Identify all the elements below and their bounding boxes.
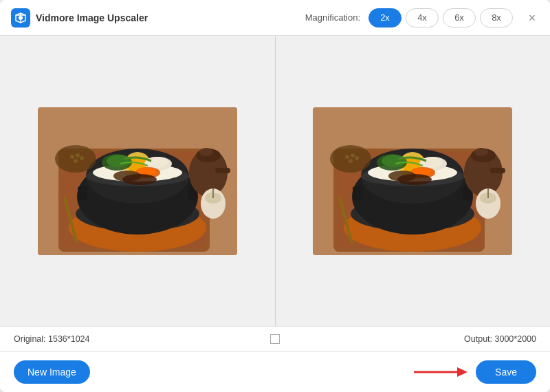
svg-point-30 <box>70 155 74 159</box>
arrow-area: Save <box>90 360 536 384</box>
svg-point-20 <box>122 174 157 185</box>
svg-point-16 <box>146 157 168 168</box>
center-square-icon <box>270 334 280 344</box>
svg-marker-69 <box>457 367 468 377</box>
svg-point-66 <box>355 156 359 160</box>
svg-rect-54 <box>353 186 362 200</box>
svg-rect-25 <box>215 168 230 173</box>
svg-point-53 <box>397 174 432 185</box>
svg-point-59 <box>474 148 488 156</box>
svg-point-65 <box>349 159 353 163</box>
output-image-panel <box>276 36 551 326</box>
mag-btn-4x[interactable]: 4x <box>406 8 439 28</box>
original-image-panel <box>0 36 275 326</box>
magnification-label: Magnification: <box>305 12 360 23</box>
header: Vidmore Image Upscaler Magnification: 2x… <box>0 0 550 36</box>
output-size-label: Output: 3000*2000 <box>362 334 536 344</box>
action-bar: New Image Save <box>0 352 550 392</box>
info-bar: Original: 1536*1024 Output: 3000*2000 <box>0 326 550 352</box>
svg-point-26 <box>199 148 213 156</box>
close-button[interactable]: × <box>525 11 539 25</box>
mag-btn-6x[interactable]: 6x <box>443 8 476 28</box>
svg-rect-58 <box>490 168 505 173</box>
svg-point-32 <box>74 159 78 163</box>
original-size-label: Original: 1536*1024 <box>14 334 188 344</box>
mag-btn-2x[interactable]: 2x <box>368 8 402 28</box>
save-button[interactable]: Save <box>476 360 536 384</box>
svg-point-47 <box>382 155 406 167</box>
center-icon-wrap <box>188 334 362 344</box>
svg-rect-21 <box>78 186 87 200</box>
magnification-buttons: 2x 4x 6x 8x <box>368 8 513 28</box>
svg-point-14 <box>107 155 131 167</box>
content-area <box>0 36 550 326</box>
output-image <box>313 107 512 255</box>
svg-point-31 <box>76 153 80 157</box>
mag-btn-8x[interactable]: 8x <box>480 8 513 28</box>
new-image-button[interactable]: New Image <box>14 360 90 384</box>
svg-point-64 <box>351 153 355 157</box>
svg-point-33 <box>80 156 84 160</box>
red-arrow-icon <box>412 364 468 380</box>
app-title: Vidmore Image Upscaler <box>36 12 148 23</box>
app-logo <box>11 8 30 28</box>
original-image <box>38 107 237 255</box>
app-window: Vidmore Image Upscaler Magnification: 2x… <box>0 0 550 392</box>
svg-point-63 <box>345 155 349 159</box>
svg-point-49 <box>421 157 443 168</box>
